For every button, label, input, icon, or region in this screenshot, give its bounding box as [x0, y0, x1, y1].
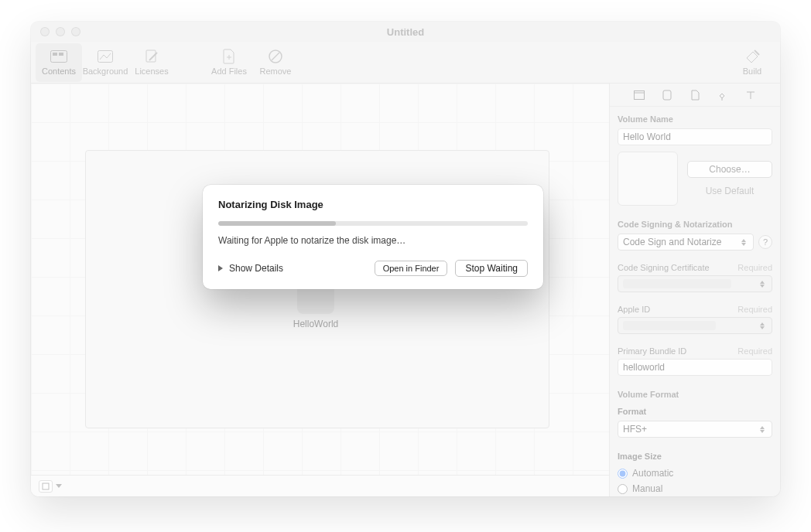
progress-bar	[218, 221, 528, 226]
svg-line-6	[272, 53, 279, 60]
canvas-footer	[31, 475, 609, 496]
help-button[interactable]: ?	[758, 235, 772, 249]
toolbar-licenses-label: Licenses	[135, 66, 168, 76]
toolbar-background[interactable]: Background	[82, 43, 128, 82]
modal-status-text: Waiting for Apple to notarize the disk i…	[218, 235, 528, 246]
bundle-id-input[interactable]	[618, 359, 772, 376]
tab-document-icon[interactable]	[690, 90, 700, 101]
svg-rect-1	[53, 53, 57, 56]
code-signing-section-label: Code Signing & Notarization	[610, 212, 780, 234]
apple-id-select[interactable]	[618, 317, 772, 334]
code-sign-select[interactable]: Code Sign and Notarize	[618, 234, 754, 251]
svg-rect-2	[59, 53, 63, 56]
size-manual-radio[interactable]: Manual	[618, 481, 772, 496]
toolbar-remove-label: Remove	[260, 66, 292, 76]
choose-button[interactable]: Choose…	[687, 161, 772, 178]
svg-rect-0	[51, 51, 67, 63]
tab-volume-icon[interactable]	[662, 90, 672, 101]
build-icon	[743, 49, 761, 64]
app-icon-label: HelloWorld	[291, 319, 340, 329]
toolbar-build[interactable]: Build	[729, 43, 775, 82]
contents-icon	[50, 49, 68, 64]
format-label: Format	[610, 404, 780, 421]
show-details-label: Show Details	[229, 263, 283, 274]
remove-icon	[266, 49, 285, 64]
progress-bar-fill	[218, 221, 336, 226]
tab-window-icon[interactable]	[634, 90, 645, 101]
add-files-icon	[220, 49, 238, 64]
titlebar: Untitled	[31, 22, 780, 42]
apple-id-required: Required	[737, 305, 772, 314]
select-arrows-icon	[739, 237, 748, 247]
window-title: Untitled	[31, 26, 780, 38]
toolbar-remove[interactable]: Remove	[252, 43, 299, 82]
volume-icon-well[interactable]	[618, 152, 678, 206]
chevron-right-icon	[218, 265, 223, 271]
toolbar: Contents Background Licenses Add Files	[31, 42, 780, 84]
notarize-modal: Notarizing Disk Image Waiting for Apple …	[203, 185, 543, 289]
modal-title: Notarizing Disk Image	[218, 199, 528, 210]
open-in-finder-button[interactable]: Open in Finder	[375, 261, 448, 276]
background-icon	[96, 49, 115, 64]
size-auto-label: Automatic	[632, 468, 673, 479]
toolbar-background-label: Background	[83, 66, 128, 76]
bundle-id-required: Required	[737, 346, 772, 356]
inspector-tabs	[610, 84, 780, 107]
apple-id-value-redacted	[623, 321, 716, 330]
code-sign-value: Code Sign and Notarize	[623, 237, 721, 247]
svg-rect-7	[43, 483, 49, 489]
apple-id-label: Apple ID	[618, 305, 650, 314]
dropdown-caret-icon[interactable]	[56, 484, 62, 488]
use-default-button[interactable]: Use Default	[687, 182, 772, 200]
format-select[interactable]: HFS+	[618, 421, 772, 438]
inspector-panel: Volume Name Choose… Use Default Code Sig…	[610, 84, 780, 496]
select-arrows-icon	[758, 320, 767, 331]
select-arrows-icon	[758, 278, 767, 289]
volume-name-label: Volume Name	[610, 107, 780, 128]
image-size-label: Image Size	[610, 444, 780, 466]
toolbar-add-files-label: Add Files	[211, 66, 247, 76]
view-mode-icon[interactable]	[39, 480, 53, 493]
stop-waiting-button[interactable]: Stop Waiting	[455, 260, 528, 277]
volume-format-section-label: Volume Format	[610, 382, 780, 404]
tab-text-icon[interactable]	[745, 90, 756, 101]
volume-name-input[interactable]	[618, 128, 772, 145]
toolbar-licenses[interactable]: Licenses	[128, 43, 175, 82]
toolbar-add-files[interactable]: Add Files	[206, 43, 252, 82]
format-value: HFS+	[623, 424, 647, 435]
cert-select[interactable]	[618, 275, 772, 292]
canvas-area[interactable]: HelloWorld	[31, 84, 610, 496]
size-auto-radio[interactable]: Automatic	[618, 466, 772, 481]
cert-value-redacted	[623, 279, 731, 288]
svg-rect-10	[663, 90, 671, 100]
select-arrows-icon	[758, 424, 767, 435]
cert-required: Required	[737, 263, 772, 272]
size-auto-input[interactable]	[618, 469, 628, 479]
toolbar-contents-label: Contents	[42, 66, 76, 76]
show-details-toggle[interactable]: Show Details	[218, 263, 283, 274]
size-manual-input[interactable]	[618, 484, 628, 494]
toolbar-contents[interactable]: Contents	[36, 43, 82, 82]
cert-label: Code Signing Certificate	[618, 263, 710, 272]
svg-rect-8	[635, 90, 645, 99]
licenses-icon	[142, 49, 161, 64]
bundle-id-label: Primary Bundle ID	[618, 346, 686, 356]
toolbar-build-label: Build	[743, 66, 761, 76]
tab-pin-icon[interactable]	[717, 90, 728, 101]
size-manual-label: Manual	[632, 483, 662, 494]
